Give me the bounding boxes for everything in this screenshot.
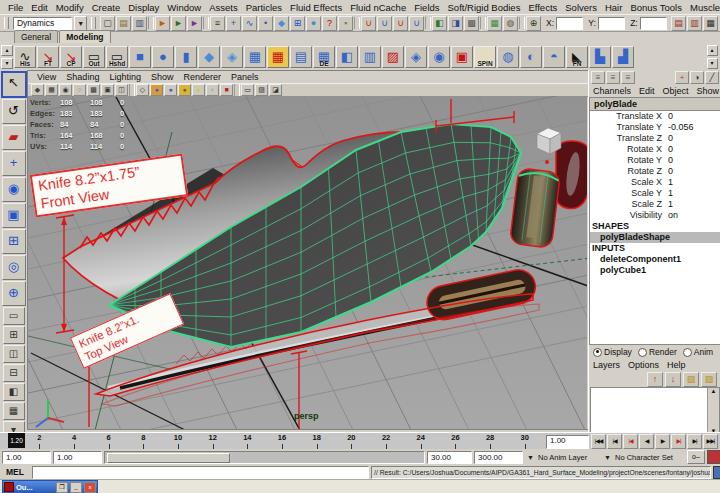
ipr-render-icon[interactable]: ◨ — [448, 16, 463, 31]
shape-node-row[interactable]: polyBladeShape — [590, 232, 720, 243]
save-scene-icon[interactable]: ▥ — [132, 16, 147, 31]
vp-isolate-select-icon[interactable]: ▭ — [241, 84, 254, 96]
viewport-canvas[interactable]: Verts:1081080 Edges:1831830 Faces:84840 … — [28, 96, 587, 429]
attr-row[interactable]: Scale Z1 — [590, 199, 720, 210]
persp-outliner-layout-icon[interactable]: ◧ — [3, 383, 25, 401]
output-window-taskbar-item[interactable]: Ou... ❐ _ x — [2, 480, 98, 493]
menu-hair[interactable]: Hair — [601, 2, 626, 13]
select-object-icon[interactable]: ► — [171, 16, 186, 31]
cb-manip-off-icon[interactable]: ≡ — [591, 71, 605, 84]
vp-shadows-icon[interactable]: ◐ — [206, 84, 219, 96]
vp-resolution-gate-icon[interactable]: ◫ — [115, 84, 128, 96]
snap-magnet-3-icon[interactable]: ∪ — [393, 16, 408, 31]
vp-wireframe-mode-icon[interactable]: ◇ — [136, 84, 149, 96]
shelf-combine-icon[interactable]: ◈ — [405, 46, 427, 68]
vp-render-view-icon[interactable]: ▦ — [45, 84, 58, 96]
character-set-selector[interactable]: No Character Set — [615, 453, 685, 462]
shelf-tab-general[interactable]: General — [14, 30, 58, 43]
cb-hyperbuild-icon[interactable]: + — [675, 71, 689, 84]
vp-select-camera-icon[interactable]: ◆ — [31, 84, 44, 96]
step-back-frame-icon[interactable]: |◀ — [607, 434, 622, 449]
toggle-channel-box-icon[interactable]: ▦ — [703, 16, 718, 31]
current-time-field[interactable]: 1.00 — [546, 435, 589, 449]
play-forwards-icon[interactable]: ▶ — [655, 434, 670, 449]
menu-display[interactable]: Display — [124, 2, 163, 13]
x-coordinate-input[interactable] — [556, 17, 583, 30]
layer-move-up-icon[interactable]: ↑ — [647, 372, 663, 387]
snap-magnet-2-icon[interactable]: ∪ — [377, 16, 392, 31]
shelf-outliner-icon[interactable]: ▭Out — [83, 46, 105, 68]
vp-menu-shading[interactable]: Shading — [61, 72, 104, 82]
shelf-extrude-icon[interactable]: ▦ — [244, 46, 266, 68]
shelf-bridge-icon[interactable]: ▤ — [290, 46, 312, 68]
shelf-poly-cylinder-icon[interactable]: ▮ — [175, 46, 197, 68]
snap-curve-icon[interactable]: ∿ — [242, 16, 257, 31]
menu-muscle[interactable]: Muscle — [686, 2, 720, 13]
shelf-poly-plane-icon[interactable]: ◆ — [198, 46, 220, 68]
shelf-spin-icon[interactable]: SPIN — [474, 46, 496, 68]
shelf-smooth-icon[interactable]: ◍ — [497, 46, 519, 68]
snap-magnet-4-icon[interactable]: ∪ — [409, 16, 424, 31]
quick-help-icon[interactable]: ? — [322, 16, 337, 31]
vp-grid-toggle-icon[interactable]: ▩ — [87, 84, 100, 96]
shelf-target-weld-icon[interactable]: ▣ — [451, 46, 473, 68]
render-settings-icon[interactable]: ▩ — [464, 16, 479, 31]
show-manipulator-tool-icon[interactable]: ⊕ — [2, 281, 26, 306]
snap-view-icon[interactable]: ⊞ — [290, 16, 305, 31]
scale-tool-icon[interactable]: ▣ — [2, 203, 26, 228]
attr-row[interactable]: Visibilityon — [590, 210, 720, 221]
open-scene-icon[interactable]: ▤ — [116, 16, 131, 31]
vp-film-gate-icon[interactable]: ▣ — [101, 84, 114, 96]
input-line-mode-icon[interactable]: ⊕ — [526, 16, 541, 31]
toggle-tool-settings-icon[interactable]: ▥ — [687, 16, 702, 31]
vp-ipr-icon[interactable]: ○ — [73, 84, 86, 96]
character-set-dropdown-icon[interactable]: ▼ — [602, 451, 613, 464]
shelf-tab-arrow-icon[interactable]: ▴ — [1, 45, 13, 56]
make-live-icon[interactable]: ● — [306, 16, 321, 31]
layer-new-from-selected-icon[interactable]: ▨ — [701, 372, 717, 387]
menu-window[interactable]: Window — [163, 2, 205, 13]
step-back-key-icon[interactable]: |◀ — [623, 434, 638, 449]
cb-manip-mid-icon[interactable]: ≡ — [606, 71, 620, 84]
two-pane-stacked-layout-icon[interactable]: ⊟ — [3, 364, 25, 382]
vp-textured-mode-icon[interactable]: ● — [178, 84, 191, 96]
mel-input[interactable] — [32, 466, 369, 479]
menu-edit[interactable]: Edit — [27, 2, 51, 13]
highlight-selection-icon[interactable]: ≡ — [210, 16, 225, 31]
anim-layer-selector[interactable]: No Anim Layer — [538, 453, 600, 462]
vp-smooth-shade-icon[interactable]: ● — [150, 84, 163, 96]
timeline-ticks[interactable]: 24 68 1012 1416 1820 2224 2628 30 — [22, 433, 542, 450]
layer-move-down-icon[interactable]: ↓ — [665, 372, 681, 387]
shelf-scroll-up-icon[interactable]: ▴ — [707, 45, 718, 56]
menu-set-dropdown-icon[interactable]: ▼ — [74, 16, 87, 31]
shelf-poly-cube-icon[interactable]: ■ — [129, 46, 151, 68]
options-menu[interactable]: Options — [624, 360, 663, 370]
shelf-fn-icon[interactable]: ◣FN — [566, 46, 588, 68]
animation-end-field[interactable]: 300.00 — [474, 451, 523, 464]
toggle-attribute-editor-icon[interactable]: ▤ — [671, 16, 686, 31]
input-node-row[interactable]: polyCube1 — [590, 265, 720, 276]
menu-fluid-ncache[interactable]: Fluid nCache — [346, 2, 410, 13]
radio-render[interactable]: Render — [638, 347, 677, 357]
restore-button[interactable]: ❐ — [56, 482, 68, 493]
lasso-select-tool-icon[interactable]: ↺ — [2, 99, 26, 124]
time-slider[interactable]: 24 68 1012 1416 1820 2224 2628 30 1.00 |… — [0, 432, 720, 450]
attr-row[interactable]: Rotate Z0 — [590, 166, 720, 177]
script-editor-icon[interactable] — [713, 466, 720, 479]
attr-row[interactable]: Translate Z0 — [590, 133, 720, 144]
universal-manipulator-tool-icon[interactable]: ⊞ — [2, 229, 26, 254]
shelf-de-icon[interactable]: ▦DE — [313, 46, 335, 68]
four-pane-layout-icon[interactable]: ⊞ — [3, 326, 25, 344]
anim-layer-dropdown-icon[interactable]: ▼ — [525, 451, 536, 464]
attr-row[interactable]: Scale X1 — [590, 177, 720, 188]
vp-menu-panels[interactable]: Panels — [226, 72, 264, 82]
vp-menu-lighting[interactable]: Lighting — [104, 72, 146, 82]
shelf-mirror-icon[interactable]: ◓ — [543, 46, 565, 68]
shelf-split-icon[interactable]: ▨ — [382, 46, 404, 68]
menu-solvers[interactable]: Solvers — [561, 2, 601, 13]
shelf-extrude-face-icon[interactable]: ▦ — [267, 46, 289, 68]
shelf-poly-face-icon[interactable]: ◈ — [221, 46, 243, 68]
layers-menu[interactable]: Layers — [589, 360, 624, 370]
shelf-nurbs-b-icon[interactable]: ▟ — [612, 46, 634, 68]
menu-particles[interactable]: Particles — [242, 2, 286, 13]
